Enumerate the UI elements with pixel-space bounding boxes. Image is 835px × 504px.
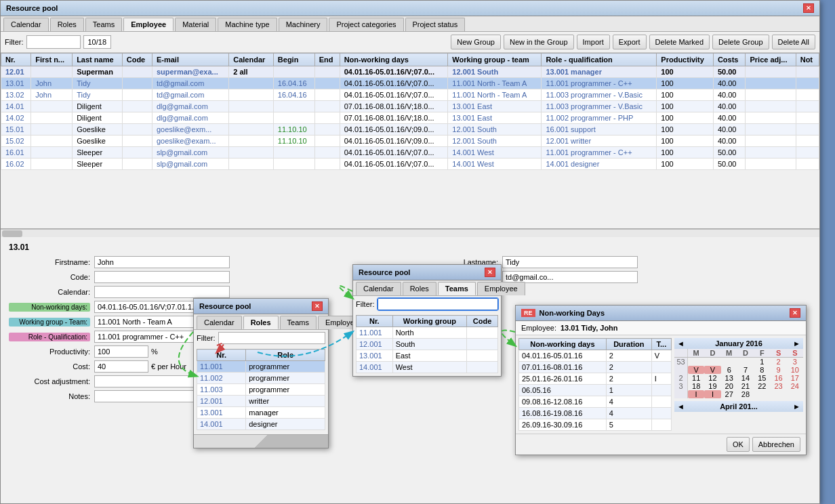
cal-cell-18[interactable]: 18: [688, 382, 704, 390]
popup-roles-filter-input[interactable]: [218, 332, 326, 344]
cal-cell-24[interactable]: 24: [787, 382, 803, 390]
tab-teams[interactable]: Teams: [85, 18, 122, 31]
list-item[interactable]: 12.001 writter: [197, 396, 325, 407]
tab-roles-teams[interactable]: Teams: [280, 316, 317, 329]
cal-cell-28[interactable]: 28: [737, 390, 754, 398]
table-row[interactable]: 13.01 John Tidy td@gmail.com 16.04.16 04…: [1, 78, 819, 89]
table-row[interactable]: 15.02 Goeslike goeslike@exam... 11.10.10…: [1, 135, 819, 147]
cal-cell-17[interactable]: 17: [787, 374, 803, 382]
cal-prev-btn[interactable]: ◄: [677, 339, 685, 348]
list-item[interactable]: 11.002 programmer: [197, 373, 325, 384]
cal-cell-v4[interactable]: V: [688, 366, 704, 374]
cal-cell[interactable]: 1: [754, 358, 770, 366]
cal-cell-6[interactable]: 6: [721, 366, 737, 374]
cal-cell-i26[interactable]: I: [704, 390, 720, 398]
list-item[interactable]: 11.001 North: [357, 327, 498, 339]
table-row[interactable]: 16.02 Sleeper slp@gmail.com 04.01.16-05.…: [1, 159, 819, 170]
tab-teams-roles[interactable]: Roles: [403, 282, 436, 295]
cal-cell-21[interactable]: 21: [737, 382, 754, 390]
import-button[interactable]: Import: [577, 35, 610, 49]
firstname-input[interactable]: [94, 256, 230, 268]
tab-teams-employee[interactable]: Employee: [477, 282, 525, 295]
cal-cell[interactable]: 3: [787, 358, 803, 366]
table-row[interactable]: 14.02 Diligent dlg@gmail.com 07.01.16-08…: [1, 112, 819, 124]
cal-cell-i25[interactable]: I: [688, 390, 704, 398]
delete-all-button[interactable]: Delete All: [772, 35, 815, 49]
cal-cell[interactable]: [704, 358, 720, 366]
list-item[interactable]: 16.08.16-19.08.164: [519, 408, 672, 419]
cal-cell-9[interactable]: 9: [770, 366, 786, 374]
export-button[interactable]: Export: [613, 35, 647, 49]
list-item[interactable]: 11.003 programmer: [197, 384, 325, 396]
list-item[interactable]: 25.01.16-26.01.162I: [519, 373, 672, 385]
tab-machinery[interactable]: Machinery: [279, 18, 328, 31]
cancel-button[interactable]: Abbrechen: [752, 437, 800, 452]
tab-roles[interactable]: Roles: [50, 18, 84, 31]
code-input[interactable]: [94, 271, 230, 283]
list-item[interactable]: 06.05.161: [519, 385, 672, 396]
cal-next-btn2[interactable]: ►: [793, 402, 800, 411]
cal-cell[interactable]: 2: [770, 358, 786, 366]
delete-group-button[interactable]: Delete Group: [712, 35, 769, 49]
tab-employee[interactable]: Employee: [123, 18, 174, 31]
lastname-input[interactable]: [502, 256, 638, 268]
list-item[interactable]: 12.001 South: [357, 339, 498, 350]
cal-cell-10[interactable]: 10: [787, 366, 803, 374]
cal-cell-v5[interactable]: V: [704, 366, 720, 374]
list-item[interactable]: 13.001 East: [357, 350, 498, 362]
tab-teams-calendar[interactable]: Calendar: [356, 282, 401, 295]
tab-material[interactable]: Material: [175, 18, 216, 31]
tab-roles-roles[interactable]: Roles: [243, 316, 279, 329]
cal-cell-23[interactable]: 23: [770, 382, 786, 390]
list-item[interactable]: 07.01.16-08.01.162: [519, 362, 672, 373]
cal-cell-22[interactable]: 22: [754, 382, 770, 390]
cal-cell[interactable]: [721, 358, 737, 366]
cal-cell-12[interactable]: 12: [704, 374, 720, 382]
cal-cell-7[interactable]: 7: [737, 366, 754, 374]
list-item[interactable]: 26.09.16-30.09.165: [519, 419, 672, 431]
cal-cell-15[interactable]: 15: [754, 374, 770, 382]
tab-roles-calendar[interactable]: Calendar: [197, 316, 242, 329]
cal-cell[interactable]: [737, 358, 754, 366]
list-item[interactable]: 13.001 manager: [197, 407, 325, 419]
calendar-input[interactable]: [94, 286, 230, 298]
tab-project-status[interactable]: Project status: [405, 18, 466, 31]
cal-cell-11[interactable]: 11: [688, 374, 704, 382]
cal-cell-19[interactable]: 19: [704, 382, 720, 390]
cal-next-btn[interactable]: ►: [793, 339, 800, 348]
popup-nw-close[interactable]: ✕: [790, 308, 800, 318]
cal-prev-btn2[interactable]: ◄: [677, 402, 685, 411]
cal-cell-20[interactable]: 20: [721, 382, 737, 390]
cal-cell-13[interactable]: 13: [721, 374, 737, 382]
cal-cell[interactable]: [688, 358, 704, 366]
table-row[interactable]: 15.01 Goeslike goeslike@exm... 11.10.10 …: [1, 124, 819, 135]
cal-cell-8[interactable]: 8: [754, 366, 770, 374]
prod-input[interactable]: [94, 345, 148, 358]
table-row[interactable]: 16.01 Sleeper slp@gmail.com 04.01.16-05.…: [1, 147, 819, 159]
tab-calendar[interactable]: Calendar: [3, 18, 49, 31]
list-item[interactable]: 04.01.16-05.01.162V: [519, 350, 672, 362]
cal-cell-14[interactable]: 14: [737, 374, 754, 382]
new-group-button[interactable]: New Group: [451, 35, 501, 49]
table-row[interactable]: 12.01 Superman superman@exa... 2 all 04.…: [1, 66, 819, 78]
cal-cell-27[interactable]: 27: [721, 390, 737, 398]
table-row[interactable]: 13.02 John Tidy td@gmail.com 16.04.16 04…: [1, 89, 819, 101]
cal-cell[interactable]: [787, 390, 803, 398]
list-item[interactable]: 09.08.16-12.08.164: [519, 396, 672, 408]
filter-input[interactable]: [26, 35, 81, 49]
list-item[interactable]: 11.001 programmer: [197, 361, 325, 373]
popup-teams-filter-input[interactable]: [378, 298, 499, 310]
table-row[interactable]: 14.01 Diligent dlg@gmail.com 07.01.16-08…: [1, 101, 819, 112]
cal-cell-16[interactable]: 16: [770, 374, 786, 382]
list-item[interactable]: 14.001 designer: [197, 419, 325, 430]
cal-cell[interactable]: [754, 390, 770, 398]
cal-cell[interactable]: [770, 390, 786, 398]
delete-marked-button[interactable]: Delete Marked: [649, 35, 710, 49]
ok-button[interactable]: OK: [727, 437, 750, 452]
close-button[interactable]: ✕: [803, 3, 814, 13]
popup-teams-close[interactable]: ✕: [485, 268, 495, 277]
tab-project-categories[interactable]: Project categories: [329, 18, 403, 31]
cost-input[interactable]: [94, 360, 148, 373]
tab-machine-type[interactable]: Machine type: [218, 18, 277, 31]
popup-roles-close[interactable]: ✕: [312, 301, 323, 311]
